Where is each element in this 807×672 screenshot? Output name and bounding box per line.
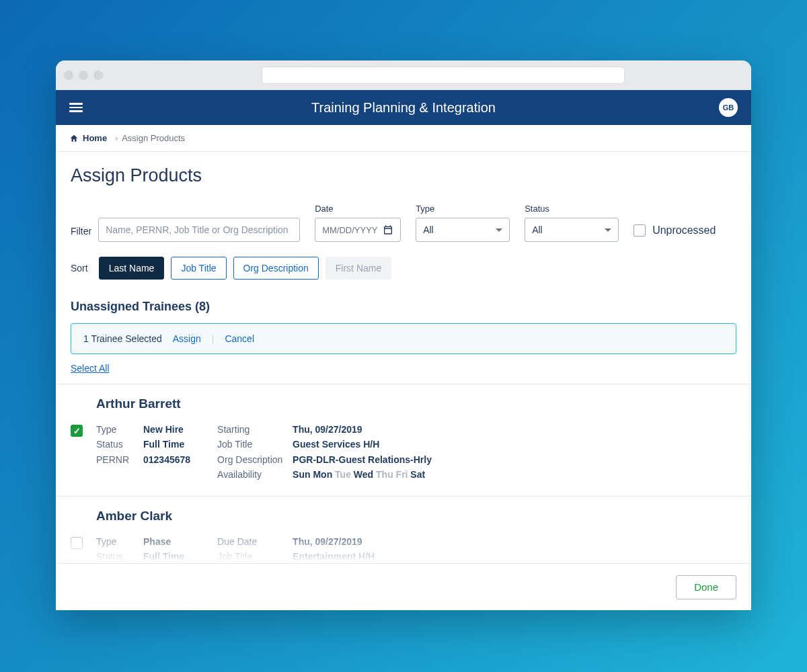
calendar-icon bbox=[383, 224, 393, 235]
trainee-row: Amber Clark TypePhase StatusFull Time PE… bbox=[56, 497, 751, 609]
filter-label: Filter bbox=[71, 226, 91, 242]
field-label: PERNR bbox=[96, 452, 143, 467]
divider: | bbox=[212, 333, 215, 344]
availability-day: Tue bbox=[335, 469, 351, 480]
trainee-checkbox[interactable] bbox=[71, 537, 83, 549]
date-placeholder: MM/DD/YYYY bbox=[322, 225, 377, 235]
traffic-light[interactable] bbox=[64, 71, 73, 80]
trainee-checkbox[interactable] bbox=[71, 425, 83, 437]
cancel-link[interactable]: Cancel bbox=[225, 333, 254, 344]
field-value: 012345678 bbox=[143, 452, 190, 467]
availability-day: Sun bbox=[293, 469, 310, 480]
content-area: Assign Products Filter Date MM/DD/YYYY T… bbox=[56, 152, 751, 610]
avatar[interactable]: GB bbox=[719, 98, 738, 117]
app-window: Training Planning & Integration GB Home … bbox=[56, 60, 751, 610]
field-value: New Hire bbox=[143, 422, 184, 437]
selection-banner: 1 Trainee Selected Assign | Cancel bbox=[71, 323, 736, 354]
done-button[interactable]: Done bbox=[676, 575, 736, 599]
status-select[interactable]: All bbox=[525, 218, 619, 242]
select-all-link[interactable]: Select All bbox=[71, 363, 110, 374]
availability-day: Fri bbox=[396, 581, 408, 592]
field-value: Full Time bbox=[143, 437, 184, 452]
field-label: Due Date bbox=[217, 534, 293, 549]
traffic-light[interactable] bbox=[93, 71, 103, 80]
page-title: Assign Products bbox=[71, 165, 736, 186]
breadcrumb: Home › Assign Products bbox=[56, 125, 751, 152]
sort-org-description[interactable]: Org Description bbox=[233, 257, 319, 280]
field-label: Job Title bbox=[217, 549, 293, 564]
availability-day: Mon bbox=[313, 581, 332, 592]
app-header: Training Planning & Integration GB bbox=[56, 90, 751, 125]
unprocessed-label: Unprocessed bbox=[652, 224, 716, 237]
availability-day: Sat bbox=[410, 469, 425, 480]
chevron-down-icon bbox=[605, 228, 611, 235]
selection-count: 1 Trainee Selected bbox=[83, 333, 162, 344]
field-label: Org Description bbox=[217, 564, 293, 579]
type-label: Type bbox=[416, 204, 510, 214]
availability-day: Thu bbox=[376, 469, 393, 480]
availability-day: Sat bbox=[410, 581, 425, 592]
home-icon[interactable] bbox=[69, 134, 79, 143]
field-label: Type bbox=[96, 422, 143, 437]
menu-icon[interactable] bbox=[69, 101, 83, 114]
chevron-down-icon bbox=[496, 228, 502, 235]
sort-job-title[interactable]: Job Title bbox=[171, 257, 226, 280]
field-value: 012345678 bbox=[143, 564, 190, 579]
field-value: Thu, 09/27/2019 bbox=[293, 422, 362, 437]
sort-last-name[interactable]: Last Name bbox=[99, 257, 165, 280]
chevron-right-icon: › bbox=[115, 134, 118, 143]
trainee-row: Arthur Barrett TypeNew Hire StatusFull T… bbox=[56, 384, 751, 497]
sort-label: Sort bbox=[71, 263, 88, 274]
sort-first-name: First Name bbox=[325, 257, 391, 280]
type-value: All bbox=[423, 224, 434, 235]
trainee-name: Amber Clark bbox=[96, 509, 736, 523]
field-value: Entertainment H/H bbox=[293, 549, 375, 564]
section-title: Unassigned Trainees (8) bbox=[71, 300, 736, 314]
field-label: Availability bbox=[217, 579, 293, 594]
availability-row: Sun Mon Tue Wed Thu Fri Sat bbox=[293, 467, 425, 482]
field-label: Status bbox=[96, 549, 143, 564]
filter-bar: Filter Date MM/DD/YYYY Type All Status bbox=[71, 204, 736, 242]
availability-day: Wed bbox=[354, 469, 373, 480]
field-label: Starting bbox=[217, 422, 293, 437]
field-label: Job Title bbox=[217, 437, 293, 452]
field-label: PERNR bbox=[96, 564, 143, 579]
field-label: Type bbox=[96, 534, 143, 549]
field-value: ECH-DLR-DL-Atmosphere Characters bbox=[293, 564, 461, 579]
field-value: PGR-DLR-Guest Relations-Hrly bbox=[293, 452, 432, 467]
search-input[interactable] bbox=[98, 218, 300, 242]
date-label: Date bbox=[315, 204, 401, 214]
availability-day: Fri bbox=[396, 469, 408, 480]
unprocessed-checkbox[interactable] bbox=[633, 224, 646, 237]
trainee-name: Arthur Barrett bbox=[96, 396, 736, 411]
availability-row: Sun Mon Tue Wed Thu Fri Sat bbox=[293, 579, 425, 594]
window-controls bbox=[64, 71, 103, 80]
field-value: Phase bbox=[143, 534, 171, 549]
field-label: Status bbox=[96, 437, 143, 452]
availability-day: Wed bbox=[354, 581, 373, 592]
breadcrumb-home[interactable]: Home bbox=[83, 133, 107, 143]
field-value: Full Time bbox=[143, 549, 184, 564]
sort-bar: Sort Last Name Job Title Org Description… bbox=[71, 257, 736, 280]
assign-link[interactable]: Assign bbox=[173, 333, 201, 344]
type-select[interactable]: All bbox=[416, 218, 510, 242]
url-bar[interactable] bbox=[262, 67, 625, 84]
traffic-light[interactable] bbox=[79, 71, 88, 80]
field-label: Org Description bbox=[217, 452, 293, 467]
date-input[interactable]: MM/DD/YYYY bbox=[315, 218, 401, 242]
availability-day: Thu bbox=[376, 581, 393, 592]
availability-day: Sun bbox=[293, 581, 310, 592]
field-label: Availability bbox=[217, 467, 293, 482]
trainee-list: Arthur Barrett TypeNew Hire StatusFull T… bbox=[56, 384, 751, 608]
availability-day: Tue bbox=[335, 581, 351, 592]
status-value: All bbox=[532, 224, 543, 235]
browser-chrome bbox=[56, 60, 751, 90]
breadcrumb-current: Assign Products bbox=[122, 133, 185, 143]
status-label: Status bbox=[525, 204, 619, 214]
field-value: Thu, 09/27/2019 bbox=[293, 534, 362, 549]
field-value: Guest Services H/H bbox=[293, 437, 379, 452]
availability-day: Mon bbox=[313, 469, 332, 480]
app-title: Training Planning & Integration bbox=[311, 100, 496, 116]
